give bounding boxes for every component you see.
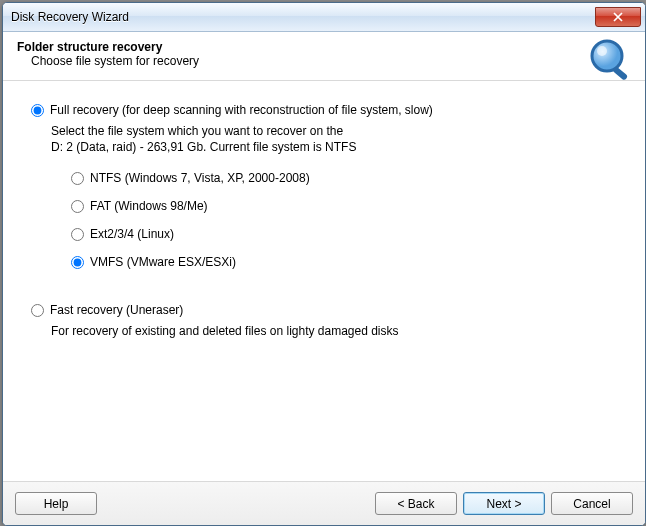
magnifier-icon [585,36,635,86]
fs-label-ntfs: NTFS (Windows 7, Vista, XP, 2000-2008) [90,171,310,185]
fast-recovery-label: Fast recovery (Uneraser) [50,303,183,317]
wizard-header: Folder structure recovery Choose file sy… [3,32,645,81]
window-title: Disk Recovery Wizard [11,10,595,24]
fast-recovery-description: For recovery of existing and deleted fil… [31,323,621,339]
fs-radio-ext[interactable] [71,228,84,241]
wizard-body: Full recovery (for deep scanning with re… [3,81,645,481]
fs-option-fat[interactable]: FAT (Windows 98/Me) [71,199,621,213]
close-button[interactable] [595,7,641,27]
fs-radio-fat[interactable] [71,200,84,213]
back-button[interactable]: < Back [375,492,457,515]
fast-recovery-radio[interactable] [31,304,44,317]
page-subtitle: Choose file system for recovery [17,54,631,68]
filesystem-list: NTFS (Windows 7, Vista, XP, 2000-2008) F… [31,171,621,269]
fs-label-vmfs: VMFS (VMware ESX/ESXi) [90,255,236,269]
wizard-footer: Help < Back Next > Cancel [3,481,645,525]
svg-point-0 [592,41,622,71]
svg-point-1 [597,46,607,56]
fs-label-fat: FAT (Windows 98/Me) [90,199,208,213]
full-recovery-option[interactable]: Full recovery (for deep scanning with re… [31,103,621,117]
svg-rect-2 [612,66,628,81]
fs-radio-ntfs[interactable] [71,172,84,185]
fs-option-ext[interactable]: Ext2/3/4 (Linux) [71,227,621,241]
page-title: Folder structure recovery [17,40,631,54]
full-recovery-label: Full recovery (for deep scanning with re… [50,103,433,117]
fs-label-ext: Ext2/3/4 (Linux) [90,227,174,241]
fs-option-ntfs[interactable]: NTFS (Windows 7, Vista, XP, 2000-2008) [71,171,621,185]
title-bar: Disk Recovery Wizard [3,3,645,32]
wizard-window: Disk Recovery Wizard Folder structure re… [2,2,646,526]
cancel-button[interactable]: Cancel [551,492,633,515]
next-button[interactable]: Next > [463,492,545,515]
full-recovery-radio[interactable] [31,104,44,117]
close-icon [613,12,623,22]
fs-radio-vmfs[interactable] [71,256,84,269]
fs-option-vmfs[interactable]: VMFS (VMware ESX/ESXi) [71,255,621,269]
full-recovery-description: Select the file system which you want to… [31,123,621,155]
help-button[interactable]: Help [15,492,97,515]
fast-recovery-option[interactable]: Fast recovery (Uneraser) [31,303,621,317]
